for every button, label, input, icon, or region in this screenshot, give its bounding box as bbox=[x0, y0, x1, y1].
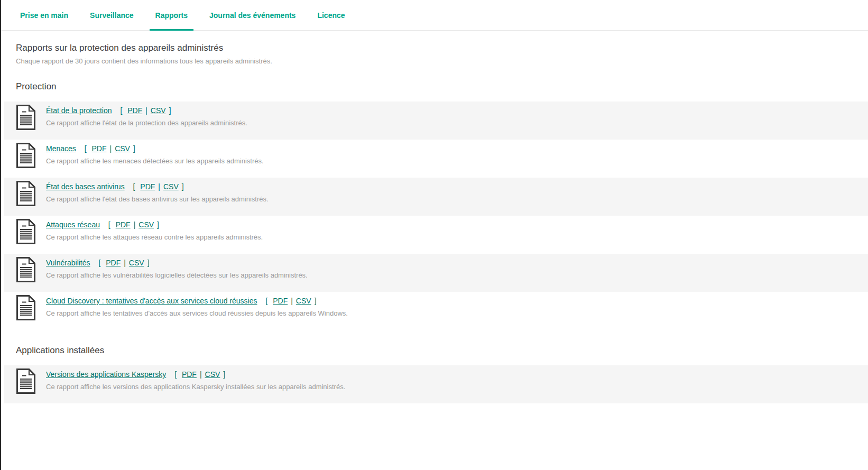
report-row: État des bases antivirus [ PDF|CSV] Ce r… bbox=[4, 178, 868, 216]
tab-bar: Prise en main Surveillance Rapports Jour… bbox=[0, 0, 868, 31]
report-title-line: État de la protection [ PDF|CSV] bbox=[46, 106, 247, 115]
tab-label: Licence bbox=[317, 11, 345, 20]
report-title-line: État des bases antivirus [ PDF|CSV] bbox=[46, 182, 269, 191]
csv-link[interactable]: CSV bbox=[129, 259, 144, 267]
reports-main: Protection État de la protection [ PDF|C… bbox=[0, 82, 868, 403]
tab-label: Prise en main bbox=[20, 11, 68, 20]
tab-surveillance[interactable]: Surveillance bbox=[84, 0, 140, 30]
report-title-line: Attaques réseau [ PDF|CSV] bbox=[46, 220, 263, 229]
csv-link[interactable]: CSV bbox=[115, 144, 130, 153]
report-title-link[interactable]: État des bases antivirus bbox=[46, 182, 125, 191]
format-separator: | bbox=[134, 220, 136, 229]
csv-link[interactable]: CSV bbox=[163, 182, 179, 191]
report-description: Ce rapport affiche les tentatives d'accè… bbox=[46, 309, 348, 317]
report-row-text: Attaques réseau [ PDF|CSV] Ce rapport af… bbox=[46, 219, 263, 241]
tab-prise-en-main[interactable]: Prise en main bbox=[14, 0, 74, 30]
page-subtitle: Chaque rapport de 30 jours contient des … bbox=[16, 58, 852, 65]
report-document-icon bbox=[16, 257, 36, 282]
report-row: Menaces [ PDF|CSV] Ce rapport affiche le… bbox=[4, 140, 868, 178]
report-row: État de la protection [ PDF|CSV] Ce rapp… bbox=[4, 102, 868, 140]
tab-licence[interactable]: Licence bbox=[311, 0, 350, 30]
open-bracket: [ bbox=[98, 259, 100, 267]
open-bracket: [ bbox=[265, 297, 267, 305]
report-document-icon bbox=[16, 105, 36, 130]
report-row-text: Cloud Discovery : tentatives d'accès aux… bbox=[46, 295, 348, 317]
pdf-link[interactable]: PDF bbox=[116, 220, 131, 229]
report-format-links: [ PDF|CSV] bbox=[120, 106, 171, 115]
open-bracket: [ bbox=[133, 182, 135, 191]
tab-journal-des-evenements[interactable]: Journal des événements bbox=[204, 0, 301, 30]
section-heading: Protection bbox=[16, 82, 852, 91]
tab-rapports[interactable]: Rapports bbox=[150, 0, 193, 30]
report-row: Cloud Discovery : tentatives d'accès aux… bbox=[4, 292, 868, 330]
report-document-icon bbox=[16, 295, 36, 320]
format-separator: | bbox=[124, 259, 126, 267]
report-title-link[interactable]: Vulnérabilités bbox=[46, 259, 90, 267]
report-description: Ce rapport affiche l'état des bases anti… bbox=[46, 195, 269, 203]
report-row-text: Versions des applications Kaspersky [ PD… bbox=[46, 368, 345, 391]
pdf-link[interactable]: PDF bbox=[127, 106, 142, 115]
close-bracket: ] bbox=[157, 220, 159, 229]
open-bracket: [ bbox=[174, 370, 177, 379]
csv-link[interactable]: CSV bbox=[138, 220, 154, 229]
report-title-link[interactable]: Attaques réseau bbox=[46, 220, 100, 229]
close-bracket: ] bbox=[315, 297, 317, 305]
report-description: Ce rapport affiche les vulnérabilités lo… bbox=[46, 271, 308, 279]
report-document-icon bbox=[16, 219, 36, 244]
report-row-text: Menaces [ PDF|CSV] Ce rapport affiche le… bbox=[46, 143, 264, 165]
open-bracket: [ bbox=[85, 144, 87, 153]
pdf-link[interactable]: PDF bbox=[106, 259, 121, 267]
report-row-text: État de la protection [ PDF|CSV] Ce rapp… bbox=[46, 105, 247, 127]
close-bracket: ] bbox=[147, 259, 150, 267]
report-title-link[interactable]: État de la protection bbox=[46, 106, 112, 115]
report-list: Versions des applications Kaspersky [ PD… bbox=[0, 365, 868, 403]
window-left-edge bbox=[0, 0, 1, 470]
page-title: Rapports sur la protection des appareils… bbox=[16, 43, 852, 52]
close-bracket: ] bbox=[182, 182, 184, 191]
report-document-icon bbox=[16, 143, 36, 168]
pdf-link[interactable]: PDF bbox=[182, 370, 197, 379]
csv-link[interactable]: CSV bbox=[296, 297, 311, 305]
report-section-protection: Protection État de la protection [ PDF|C… bbox=[0, 82, 868, 330]
report-title-link[interactable]: Cloud Discovery : tentatives d'accès aux… bbox=[46, 297, 257, 305]
report-title-link[interactable]: Versions des applications Kaspersky bbox=[46, 370, 166, 379]
format-separator: | bbox=[200, 370, 202, 379]
pdf-link[interactable]: PDF bbox=[140, 182, 155, 191]
report-format-links: [ PDF|CSV] bbox=[108, 220, 159, 229]
close-bracket: ] bbox=[223, 370, 225, 379]
tab-label: Journal des événements bbox=[209, 11, 296, 20]
report-format-links: [ PDF|CSV] bbox=[133, 182, 184, 191]
report-description: Ce rapport affiche les menaces détectées… bbox=[46, 157, 264, 165]
csv-link[interactable]: CSV bbox=[205, 370, 220, 379]
report-section-applications-installees: Applications installées Versions des app… bbox=[0, 346, 868, 403]
report-row: Vulnérabilités [ PDF|CSV] Ce rapport aff… bbox=[4, 254, 868, 292]
open-bracket: [ bbox=[108, 220, 110, 229]
format-separator: | bbox=[291, 297, 293, 305]
tab-label: Surveillance bbox=[90, 11, 134, 20]
close-bracket: ] bbox=[133, 144, 135, 153]
report-title-link[interactable]: Menaces bbox=[46, 144, 76, 153]
format-separator: | bbox=[109, 144, 112, 153]
report-format-links: [ PDF|CSV] bbox=[174, 370, 225, 379]
open-bracket: [ bbox=[120, 106, 122, 115]
report-format-links: [ PDF|CSV] bbox=[98, 259, 149, 267]
pdf-link[interactable]: PDF bbox=[273, 297, 288, 305]
report-row: Attaques réseau [ PDF|CSV] Ce rapport af… bbox=[4, 216, 868, 254]
report-document-icon bbox=[16, 368, 36, 394]
report-row: Versions des applications Kaspersky [ PD… bbox=[4, 365, 868, 403]
report-description: Ce rapport affiche les attaques réseau c… bbox=[46, 233, 263, 241]
report-row-text: Vulnérabilités [ PDF|CSV] Ce rapport aff… bbox=[46, 257, 308, 279]
report-row-text: État des bases antivirus [ PDF|CSV] Ce r… bbox=[46, 181, 269, 203]
report-list: État de la protection [ PDF|CSV] Ce rapp… bbox=[0, 102, 868, 330]
report-description: Ce rapport affiche les versions des appl… bbox=[46, 383, 345, 391]
tab-label: Rapports bbox=[155, 11, 188, 20]
csv-link[interactable]: CSV bbox=[151, 106, 166, 115]
pdf-link[interactable]: PDF bbox=[91, 144, 106, 153]
report-title-line: Cloud Discovery : tentatives d'accès aux… bbox=[46, 296, 348, 306]
format-separator: | bbox=[158, 182, 160, 191]
report-description: Ce rapport affiche l'état de la protecti… bbox=[46, 119, 247, 127]
section-heading: Applications installées bbox=[16, 346, 852, 355]
report-title-line: Vulnérabilités [ PDF|CSV] bbox=[46, 258, 308, 268]
page-header: Rapports sur la protection des appareils… bbox=[16, 43, 852, 65]
report-document-icon bbox=[16, 181, 36, 206]
